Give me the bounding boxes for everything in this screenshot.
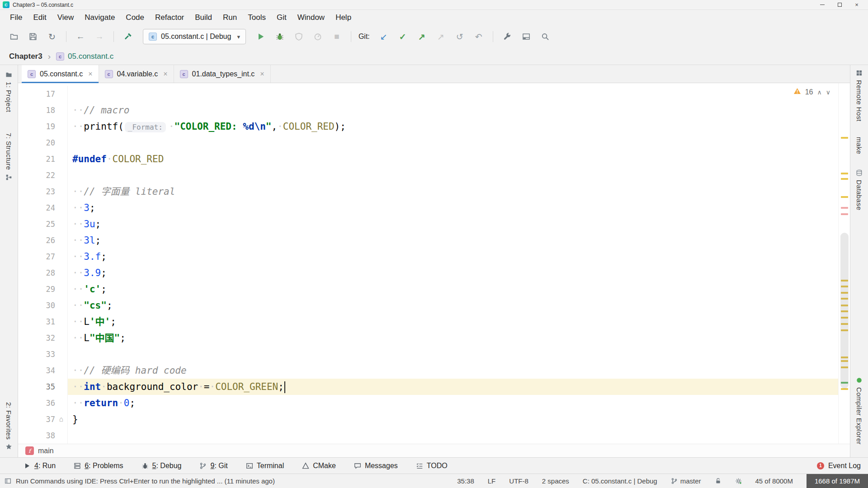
breadcrumb-project[interactable]: Chapter3 <box>9 52 42 61</box>
layout-button[interactable] <box>518 29 535 44</box>
toolwindow-run[interactable]: 4: Run <box>24 462 56 470</box>
maximize-button[interactable] <box>831 0 848 9</box>
menu-navigate[interactable]: Navigate <box>79 11 120 24</box>
line-number[interactable]: 32 <box>18 330 55 346</box>
line-number[interactable]: 21 <box>18 151 55 167</box>
menu-edit[interactable]: Edit <box>28 11 52 24</box>
code-text[interactable]: ··3.9; <box>68 265 838 281</box>
debug-button[interactable] <box>271 29 288 44</box>
tab-05-constant-c[interactable]: c05.constant.c× <box>22 65 99 83</box>
line-number[interactable]: 20 <box>18 135 55 151</box>
line-number[interactable]: 30 <box>18 297 55 314</box>
menu-run[interactable]: Run <box>217 11 242 24</box>
toolwindow-button-make[interactable]: make <box>855 137 863 154</box>
search-everywhere-button[interactable] <box>537 29 554 44</box>
heap-indicator[interactable]: 45 of 8000M <box>755 477 793 485</box>
toolwindow-button-2-favorites[interactable]: 2: Favorites <box>5 402 13 450</box>
forward-button[interactable]: → <box>91 29 108 44</box>
save-all-button[interactable] <box>24 29 42 44</box>
toolwindow-terminal[interactable]: Terminal <box>246 462 284 470</box>
tab-04-variable-c[interactable]: c04.variable.c× <box>99 65 174 83</box>
line-number[interactable]: 22 <box>18 167 55 183</box>
line-number[interactable]: 33 <box>18 346 55 362</box>
line-number[interactable]: 26 <box>18 232 55 249</box>
line-number[interactable]: 35 <box>18 379 55 395</box>
code-text[interactable]: ··'c'; <box>68 281 838 297</box>
menu-build[interactable]: Build <box>189 11 217 24</box>
code-text[interactable] <box>68 167 838 183</box>
code-text[interactable] <box>68 135 838 151</box>
prev-warning-button[interactable]: ∧ <box>817 89 822 96</box>
caret-position[interactable]: 35:38 <box>457 477 474 485</box>
close-button[interactable]: × <box>848 0 865 9</box>
toolwindow-button-7-structure[interactable]: 7: Structure <box>5 133 13 180</box>
code-text[interactable]: ··return·0; <box>68 395 838 411</box>
line-number[interactable]: 27 <box>18 249 55 265</box>
line-number[interactable]: 23 <box>18 183 55 200</box>
line-separator[interactable]: LF <box>488 477 496 485</box>
line-number[interactable]: 36 <box>18 395 55 411</box>
toolwindow-button-remote-host[interactable]: Remote Host <box>855 70 863 122</box>
line-number[interactable]: 29 <box>18 281 55 297</box>
code-text[interactable] <box>68 427 838 444</box>
code-text[interactable]: ··L"中国"; <box>68 330 838 346</box>
stripe-mark[interactable] <box>841 137 848 139</box>
next-warning-button[interactable]: ∨ <box>826 89 830 96</box>
scrollbar-thumb[interactable] <box>840 233 849 389</box>
inspections-widget[interactable]: 16 ∧ ∨ <box>790 87 834 97</box>
line-number[interactable]: 18 <box>18 102 55 118</box>
back-button[interactable]: ← <box>72 29 89 44</box>
code-text[interactable]: ··L'中'; <box>68 314 838 330</box>
code-text[interactable]: ··3.f; <box>68 249 838 265</box>
run-configuration-select[interactable]: c 05.constant.c | Debug ▾ <box>143 29 246 44</box>
code-text[interactable]: ··"cs"; <box>68 297 838 314</box>
code-text[interactable] <box>68 346 838 362</box>
toolwindow-cmake[interactable]: CMake <box>302 462 336 470</box>
tab-close-icon[interactable]: × <box>163 70 167 78</box>
fetch-button[interactable]: ↗ <box>432 29 449 44</box>
toolwindow-button-1-project[interactable]: 1: Project <box>5 71 13 112</box>
stripe-mark[interactable] <box>841 173 848 174</box>
breadcrumb-file[interactable]: c 05.constant.c <box>56 52 113 61</box>
push-button[interactable]: ↗ <box>413 29 430 44</box>
menu-git[interactable]: Git <box>271 11 292 24</box>
toolwindow-debug[interactable]: 5: Debug <box>142 462 182 470</box>
menu-code[interactable]: Code <box>120 11 150 24</box>
menu-refactor[interactable]: Refactor <box>150 11 189 24</box>
git-branch-widget[interactable]: master <box>671 477 701 485</box>
run-button[interactable] <box>252 29 269 44</box>
line-number[interactable]: 24 <box>18 200 55 216</box>
resolve-context[interactable]: C: 05.constant.c | Debug <box>583 477 657 485</box>
code-text[interactable]: ··3u; <box>68 216 838 232</box>
file-encoding[interactable]: UTF-8 <box>509 477 528 485</box>
toolwindow-git[interactable]: 9: Git <box>199 462 227 470</box>
event-log-button[interactable]: 1 Event Log <box>817 462 861 470</box>
update-project-button[interactable]: ↙ <box>375 29 392 44</box>
rollback-button[interactable]: ↶ <box>470 29 487 44</box>
code-text[interactable]: ··// 字面量 literal <box>68 183 838 200</box>
menu-view[interactable]: View <box>52 11 80 24</box>
code-text[interactable]: ··3; <box>68 200 838 216</box>
menu-window[interactable]: Window <box>292 11 330 24</box>
toolwindow-toggle-button[interactable] <box>5 478 11 484</box>
toolwindow-button-database[interactable]: Database <box>855 169 863 210</box>
profiler-button[interactable] <box>309 29 326 44</box>
minimize-button[interactable] <box>814 0 831 9</box>
cmake-status-widget[interactable] <box>735 478 742 484</box>
line-number[interactable]: 17 <box>18 86 55 102</box>
tab-close-icon[interactable]: × <box>260 70 264 78</box>
tab-01-data-types-int-c[interactable]: c01.data_types_int.c× <box>174 65 271 83</box>
toolwindow-todo[interactable]: TODO <box>416 462 448 470</box>
line-number[interactable]: 28 <box>18 265 55 281</box>
stripe-mark[interactable] <box>841 213 848 215</box>
indent-setting[interactable]: 2 spaces <box>542 477 569 485</box>
toolwindow-problems[interactable]: 6: Problems <box>74 462 123 470</box>
memory-indicator[interactable]: 1668 of 1987M <box>807 474 868 488</box>
code-text[interactable]: #undef·COLOR_RED <box>68 151 838 167</box>
line-number[interactable]: 37 <box>18 411 55 427</box>
line-number[interactable]: 34 <box>18 362 55 379</box>
toolwindow-messages[interactable]: Messages <box>354 462 398 470</box>
tab-close-icon[interactable]: × <box>88 70 92 78</box>
code-text[interactable]: } <box>68 411 838 427</box>
line-number[interactable]: 19 <box>18 118 55 135</box>
